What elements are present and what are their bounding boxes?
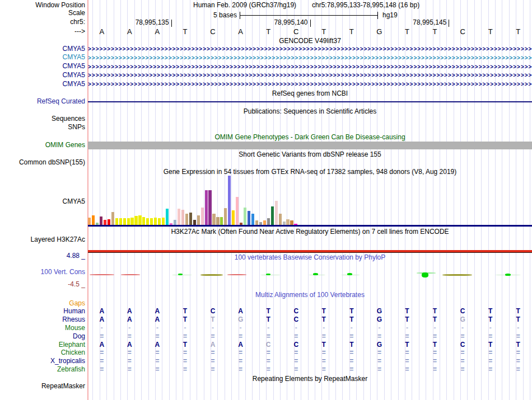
alignment-cell: - — [88, 324, 116, 332]
refseq-curated-label[interactable]: RefSeq Curated — [37, 98, 85, 105]
multiz-label-elephant[interactable]: Elephant — [59, 341, 85, 349]
gtex-tissue-bar[interactable] — [193, 220, 196, 225]
gtex-tissue-bar[interactable] — [286, 219, 289, 225]
gtex-tissue-bar[interactable] — [197, 215, 200, 225]
gencode-transcript-row[interactable]: >>>>>>>>>>>>>>>>>>>>>>>>>>>>>>>>>>>>>>>>… — [88, 72, 532, 78]
conservation-mark — [442, 274, 472, 276]
alignment-cell: = — [282, 357, 310, 365]
gtex-tissue-bar[interactable] — [189, 213, 192, 225]
alignment-cell: - — [393, 324, 421, 332]
h3k27ac-baseline — [88, 252, 532, 253]
snps-label[interactable]: SNPs — [68, 124, 85, 131]
multiz-label-mouse[interactable]: Mouse — [65, 324, 85, 332]
gtex-tissue-bar[interactable] — [119, 218, 122, 225]
gtex-tissue-bar[interactable] — [290, 220, 293, 225]
multiz-label-rhesus[interactable]: Rhesus — [62, 316, 85, 323]
gencode-label-4[interactable]: CMYA5 — [63, 81, 85, 88]
omim-genes-label[interactable]: OMIM Genes — [45, 142, 85, 149]
gtex-tissue-bar[interactable] — [104, 220, 106, 225]
gtex-tissue-bar[interactable] — [134, 216, 137, 225]
alignment-cell: = — [227, 357, 255, 365]
gtex-tissue-bar[interactable] — [162, 218, 165, 225]
gtex-tissue-bar[interactable] — [224, 208, 227, 225]
alignment-cell: = — [310, 366, 338, 373]
gtex-tissue-bar[interactable] — [88, 218, 91, 225]
gtex-tissue-bar[interactable] — [208, 190, 211, 225]
gtex-tissue-bar[interactable] — [150, 218, 153, 225]
alignment-cell: = — [366, 366, 394, 373]
window-position-label: Window Position — [35, 2, 85, 9]
alignment-cell: = — [310, 349, 338, 356]
alignment-cell: = — [338, 349, 366, 356]
gtex-tissue-bar[interactable] — [178, 209, 180, 225]
gtex-tissue-bar[interactable] — [212, 214, 215, 225]
gencode-transcript-row[interactable]: >>>>>>>>>>>>>>>>>>>>>>>>>>>>>>>>>>>>>>>>… — [88, 81, 532, 87]
publications-track-title: Publications: Sequences in Scientific Ar… — [88, 108, 532, 115]
gtex-tissue-bar[interactable] — [267, 218, 270, 225]
omim-gene-item[interactable] — [88, 142, 532, 149]
multiz-label-chicken[interactable]: Chicken — [61, 349, 85, 356]
gtex-tissue-bar[interactable] — [142, 217, 145, 225]
repeatmasker-label[interactable]: RepeatMasker — [41, 383, 85, 390]
gtex-tissue-bar[interactable] — [236, 197, 239, 225]
gtex-tissue-bar[interactable] — [123, 218, 126, 225]
multiz-label-dog[interactable]: Dog — [73, 333, 85, 340]
gencode-label-3[interactable]: CMYA5 — [63, 72, 85, 79]
multiz-label-gaps[interactable]: Gaps — [69, 300, 85, 307]
alignment-cell: = — [449, 357, 477, 365]
vert-cons-label[interactable]: 100 Vert. Cons — [41, 269, 85, 276]
genome-browser-image[interactable]: Human Feb. 2009 (GRCh37/hg19) chr5:78,99… — [0, 0, 532, 400]
gtex-tissue-bar[interactable] — [220, 217, 223, 225]
gtex-tissue-bar[interactable] — [279, 214, 282, 225]
gtex-tissue-bar[interactable] — [174, 220, 176, 225]
gtex-tissue-bar[interactable] — [271, 206, 274, 225]
gtex-tissue-bar[interactable] — [127, 218, 130, 225]
gtex-tissue-bar[interactable] — [130, 218, 133, 225]
gtex-tissue-bar[interactable] — [108, 219, 110, 225]
gtex-tissue-bar[interactable] — [100, 217, 102, 225]
refseq-curated-item[interactable] — [88, 101, 532, 102]
gtex-tissue-bar[interactable] — [185, 214, 188, 225]
base-letter: A — [143, 28, 171, 36]
gtex-tissue-bar[interactable] — [263, 220, 266, 225]
base-letter: G — [366, 28, 394, 36]
gtex-tissue-bar[interactable] — [201, 208, 204, 225]
gtex-tissue-bar[interactable] — [251, 214, 254, 225]
alignment-cell: A — [227, 341, 255, 349]
gencode-transcript-row[interactable]: >>>>>>>>>>>>>>>>>>>>>>>>>>>>>>>>>>>>>>>>… — [88, 46, 532, 52]
gtex-gene-label[interactable]: CMYA5 — [63, 198, 85, 205]
sequences-label[interactable]: Sequences — [52, 115, 85, 123]
gtex-tissue-bar[interactable] — [111, 212, 114, 225]
gencode-label-2[interactable]: CMYA5 — [63, 63, 85, 70]
gtex-tissue-bar[interactable] — [248, 211, 250, 225]
multiz-label-human[interactable]: Human — [63, 308, 85, 315]
gtex-tissue-bar[interactable] — [205, 190, 208, 225]
alignment-cell: = — [310, 333, 338, 340]
gencode-label-1[interactable]: CMYA5 — [63, 54, 85, 61]
gtex-tissue-bar[interactable] — [216, 217, 219, 225]
gtex-tissue-bar[interactable] — [228, 176, 231, 225]
gtex-track-title: Gene Expression in 54 tissues from GTEx … — [88, 168, 532, 176]
gtex-tissue-bar[interactable] — [158, 218, 161, 225]
layered-h3k27ac-label[interactable]: Layered H3K27Ac — [31, 236, 85, 243]
gtex-tissue-bar[interactable] — [92, 215, 95, 225]
gtex-tissue-bar[interactable] — [232, 210, 235, 225]
conservation-mark — [313, 273, 318, 275]
common-dbsnp-label[interactable]: Common dbSNP(155) — [19, 159, 85, 166]
gtex-tissue-bar[interactable] — [275, 201, 278, 225]
gtex-tissue-bar[interactable] — [138, 215, 141, 225]
gtex-tissue-bar[interactable] — [115, 218, 118, 225]
alignment-cell: = — [227, 366, 255, 373]
gtex-tissue-bar[interactable] — [181, 210, 184, 225]
gencode-transcript-row[interactable]: >>>>>>>>>>>>>>>>>>>>>>>>>>>>>>>>>>>>>>>>… — [88, 55, 532, 61]
multiz-label-zebrafish[interactable]: Zebrafish — [57, 366, 85, 373]
gencode-label-0[interactable]: CMYA5 — [63, 45, 85, 53]
gtex-tissue-bar[interactable] — [146, 218, 149, 225]
alignment-cell: - — [227, 324, 255, 332]
gtex-tissue-bar[interactable] — [166, 209, 169, 225]
multiz-label-xtropicalis[interactable]: X_tropicalis — [50, 357, 85, 365]
gtex-tissue-bar[interactable] — [244, 208, 246, 225]
gtex-tissue-bar[interactable] — [255, 220, 258, 225]
gtex-tissue-bar[interactable] — [154, 218, 157, 225]
gencode-transcript-row[interactable]: >>>>>>>>>>>>>>>>>>>>>>>>>>>>>>>>>>>>>>>>… — [88, 64, 532, 70]
